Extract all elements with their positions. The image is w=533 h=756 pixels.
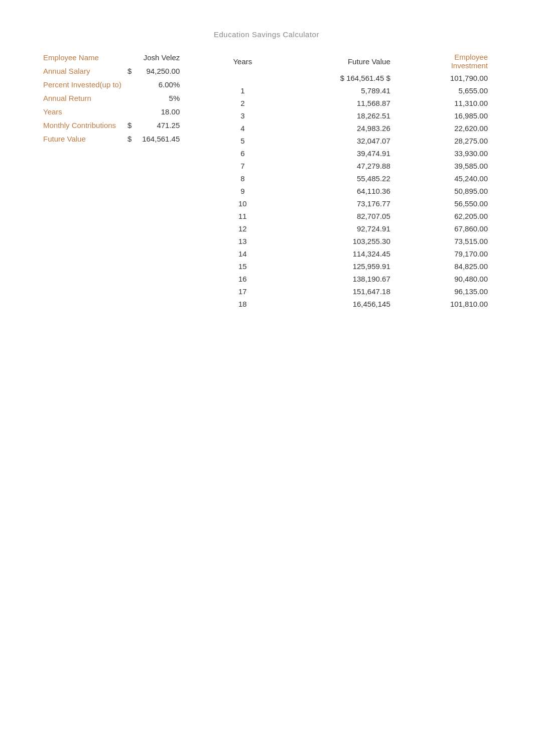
year-cell: 9 [213,185,272,197]
future-value-cell: 39,474.91 [272,147,395,160]
row-value: 5% [132,91,183,105]
employee-investment-cell: 28,275.00 [395,135,493,147]
future-value-cell: 73,176.77 [272,197,395,210]
table-row: $ 164,561.45 $101,790.00 [213,72,493,84]
future-value-cell: 24,983.26 [272,122,395,135]
year-cell: 7 [213,160,272,172]
year-cell: 6 [213,147,272,160]
employee-investment-cell: 56,550.00 [395,197,493,210]
table-header-row: Years Future Value Employee Investment [213,51,493,72]
employee-investment-header: Employee Investment [395,51,493,72]
row-value: 164,561.45 [132,132,183,146]
table-row: 639,474.9133,930.00 [213,147,493,160]
employee-investment-cell: 79,170.00 [395,247,493,260]
employee-investment-cell: 33,930.00 [395,147,493,160]
year-cell: 5 [213,135,272,147]
employee-investment-cell: 39,585.00 [395,160,493,172]
row-label: Annual Salary [40,64,124,78]
year-cell: 2 [213,97,272,109]
future-value-cell: 151,647.18 [272,285,395,298]
employee-investment-cell: 90,480.00 [395,273,493,285]
employee-investment-cell: 96,135.00 [395,285,493,298]
future-value-cell: 92,724.91 [272,222,395,235]
employee-investment-cell: 67,860.00 [395,222,493,235]
year-cell: 10 [213,197,272,210]
year-cell [213,72,272,84]
future-value-cell: 47,279.88 [272,160,395,172]
future-value-cell: 18,262.51 [272,109,395,122]
row-dollar: $ [124,118,132,132]
row-dollar [124,105,132,118]
table-row: 532,047.0728,275.00 [213,135,493,147]
future-value-cell: 82,707.05 [272,210,395,222]
employee-investment-cell: 73,515.00 [395,235,493,247]
table-row: 1292,724.9167,860.00 [213,222,493,235]
employee-investment-cell: 101,790.00 [395,72,493,84]
future-value-cell: 125,959.91 [272,260,395,273]
right-section: Years Future Value Employee Investment $… [213,51,493,310]
table-row: 964,110.3650,895.00 [213,185,493,197]
employee-investment-cell: 84,825.00 [395,260,493,273]
table-row: 855,485.2245,240.00 [213,172,493,185]
future-value-cell: 16,456,145 [272,298,395,310]
info-table: Employee NameJosh VelezAnnual Salary$94,… [40,51,183,146]
table-row: 13103,255.3073,515.00 [213,235,493,247]
employee-investment-cell: 16,985.00 [395,109,493,122]
row-value: 471.25 [132,118,183,132]
row-label: Percent Invested(up to) [40,78,124,91]
row-label: Employee Name [40,51,124,64]
employee-investment-cell: 11,310.00 [395,97,493,109]
left-table-row: Future Value$164,561.45 [40,132,183,146]
future-value-cell: 138,190.67 [272,273,395,285]
year-cell: 14 [213,247,272,260]
table-row: 15125,959.9184,825.00 [213,260,493,273]
year-cell: 15 [213,260,272,273]
table-row: 14114,324.4579,170.00 [213,247,493,260]
future-value-cell: 32,047.07 [272,135,395,147]
year-cell: 12 [213,222,272,235]
left-table-row: Percent Invested(up to)6.00% [40,78,183,91]
future-value-cell: 64,110.36 [272,185,395,197]
table-row: 1816,456,145101,810.00 [213,298,493,310]
left-table-row: Employee NameJosh Velez [40,51,183,64]
employee-investment-cell: 50,895.00 [395,185,493,197]
year-cell: 8 [213,172,272,185]
employee-investment-cell: 22,620.00 [395,122,493,135]
table-row: 17151,647.1896,135.00 [213,285,493,298]
year-cell: 4 [213,122,272,135]
row-dollar: $ [124,132,132,146]
year-cell: 3 [213,109,272,122]
row-label: Annual Return [40,91,124,105]
table-row: 16138,190.6790,480.00 [213,273,493,285]
employee-investment-cell: 101,810.00 [395,298,493,310]
left-section: Employee NameJosh VelezAnnual Salary$94,… [40,51,183,146]
left-table-row: Annual Return5% [40,91,183,105]
savings-table: Years Future Value Employee Investment $… [213,51,493,310]
future-value-cell: $ 164,561.45 $ [272,72,395,84]
year-cell: 11 [213,210,272,222]
table-row: 1182,707.0562,205.00 [213,210,493,222]
row-dollar [124,78,132,91]
future-value-cell: 5,789.41 [272,84,395,97]
table-row: 424,983.2622,620.00 [213,122,493,135]
page-title: Education Savings Calculator [40,30,493,39]
table-row: 1073,176.7756,550.00 [213,197,493,210]
year-cell: 13 [213,235,272,247]
row-dollar: $ [124,64,132,78]
table-row: 747,279.8839,585.00 [213,160,493,172]
row-value: 6.00% [132,78,183,91]
year-cell: 17 [213,285,272,298]
row-label: Years [40,105,124,118]
table-row: 15,789.415,655.00 [213,84,493,97]
row-label: Future Value [40,132,124,146]
future-value-cell: 114,324.45 [272,247,395,260]
future-value-header: Future Value [272,51,395,72]
future-value-cell: 55,485.22 [272,172,395,185]
row-label: Monthly Contributions [40,118,124,132]
left-table-row: Years18.00 [40,105,183,118]
table-row: 318,262.5116,985.00 [213,109,493,122]
future-value-cell: 103,255.30 [272,235,395,247]
left-table-row: Monthly Contributions$471.25 [40,118,183,132]
year-cell: 16 [213,273,272,285]
left-table-row: Annual Salary$94,250.00 [40,64,183,78]
